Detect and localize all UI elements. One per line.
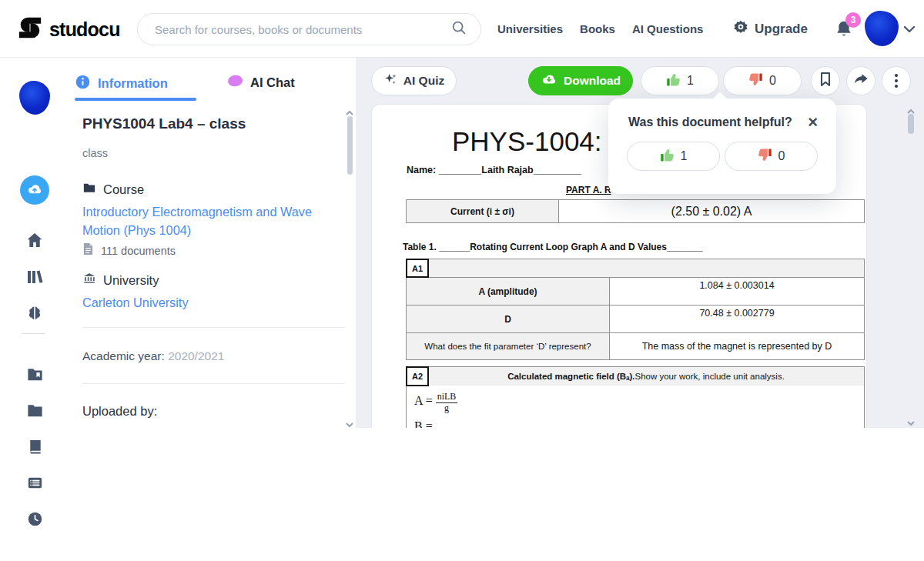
table1-caption: Table 1. ______Rotating Current Loop Gra…: [403, 242, 703, 252]
rail-books-button[interactable]: [0, 438, 69, 459]
university-building-icon: [82, 272, 96, 289]
bookmark-button[interactable]: [811, 66, 840, 95]
academic-year-row: Academic year: 2020/2021: [82, 349, 224, 363]
tab-information[interactable]: Information: [75, 74, 168, 93]
academic-year-label: Academic year:: [82, 349, 168, 362]
search-icon[interactable]: [451, 20, 467, 38]
document-title: PHYS1004 Lab4 – class: [82, 115, 246, 132]
close-icon[interactable]: ×: [808, 116, 818, 129]
rail-recent-button[interactable]: [0, 511, 69, 530]
nav-link-ai-questions[interactable]: AI Questions: [632, 22, 704, 35]
dislike-button[interactable]: 0: [723, 66, 802, 95]
divider: [82, 383, 344, 384]
upgrade-label: Upgrade: [755, 22, 808, 37]
thumbs-down-icon: [758, 148, 772, 165]
panel-scroll-down-icon[interactable]: [345, 417, 354, 431]
viewer-scrollbar-thumb[interactable]: [908, 114, 914, 134]
notifications-button[interactable]: 3: [834, 18, 857, 42]
tab-information-label: Information: [98, 76, 168, 91]
rail-folders-button[interactable]: [0, 402, 69, 422]
thumbs-down-icon: [748, 72, 763, 90]
tab-ai-chat[interactable]: AI Chat: [227, 74, 295, 91]
active-tab-underline: [75, 98, 196, 101]
search-bar[interactable]: [137, 13, 481, 45]
user-avatar[interactable]: [865, 11, 899, 46]
upload-button[interactable]: [0, 175, 69, 205]
formula-line-2: B = gA: [414, 419, 450, 428]
thumbs-up-icon: [660, 148, 675, 165]
a2-body: A = niLBg B = gA: [407, 386, 864, 428]
nav-link-books[interactable]: Books: [580, 22, 615, 35]
ai-quiz-label: AI Quiz: [403, 74, 444, 88]
studocu-logo[interactable]: studocu: [17, 15, 120, 44]
a1-row-label: D: [407, 306, 610, 332]
tab-ai-chat-label: AI Chat: [250, 75, 295, 90]
rail-divider: [22, 333, 45, 334]
documents-count: 111 documents: [101, 245, 176, 257]
nav-link-universities[interactable]: Universities: [497, 22, 563, 35]
book-icon: [26, 438, 44, 459]
rail-ai-brain-button[interactable]: [0, 304, 69, 326]
info-icon: [75, 74, 91, 93]
popup-dislike-button[interactable]: 0: [725, 142, 818, 171]
left-rail: [0, 58, 69, 561]
list-icon: [26, 474, 44, 495]
info-panel: Information AI Chat PHYS1004 Lab4 – clas…: [69, 58, 356, 428]
bookmark-icon: [819, 72, 832, 90]
notification-badge: 3: [845, 12, 861, 28]
a1-row-value: 1.084 ± 0.003014: [610, 278, 864, 305]
search-input[interactable]: [155, 23, 451, 36]
a2-table: A2 Calculated magnetic field (Bₐ). Show …: [406, 366, 865, 428]
doc-name-line: Name: ________Laith Rajab_________: [407, 165, 581, 175]
popup-dislike-count: 0: [778, 149, 785, 163]
ai-quiz-button[interactable]: AI Quiz: [371, 66, 457, 95]
share-button[interactable]: [846, 66, 875, 95]
rail-home-button[interactable]: [0, 231, 69, 252]
download-label: Download: [564, 74, 621, 88]
course-label: Course: [103, 182, 144, 197]
dislike-count: 0: [769, 74, 776, 88]
a2-header: Calculated magnetic field (Bₐ). Show you…: [428, 367, 864, 386]
top-navbar: studocu Universities Books AI Questions …: [0, 0, 924, 58]
uploaded-by-label: Uploaded by:: [82, 404, 157, 419]
divider: [82, 327, 344, 328]
download-button[interactable]: Download: [528, 66, 633, 95]
ai-chat-blob-icon: [227, 74, 243, 91]
kebab-menu-icon: [895, 74, 898, 88]
like-button[interactable]: 1: [641, 66, 719, 95]
current-value: (2.50 ± 0.02) A: [559, 200, 864, 222]
premium-gear-icon: [732, 19, 749, 39]
studocu-logo-icon: [17, 15, 43, 44]
sparkle-icon: [383, 72, 397, 89]
rail-lists-button[interactable]: [0, 474, 69, 495]
share-arrow-icon: [853, 72, 869, 89]
more-options-button[interactable]: [882, 66, 911, 95]
document-subtitle: class: [82, 147, 108, 159]
university-row: University: [82, 272, 159, 289]
course-folder-icon: [82, 181, 96, 198]
folder-bookmark-icon: [26, 366, 44, 386]
upload-cloud-icon: [20, 175, 49, 205]
current-label: Current (i ± σi): [407, 200, 559, 222]
current-table: Current (i ± σi) (2.50 ± 0.02) A: [406, 199, 865, 223]
panel-scrollbar-thumb[interactable]: [347, 116, 353, 175]
document-sheet-icon: [82, 242, 94, 259]
popup-like-count: 1: [681, 149, 688, 163]
helpful-popup: Was this document helpful? × 1 0: [608, 99, 836, 194]
popup-like-button[interactable]: 1: [627, 142, 720, 171]
clock-icon: [27, 511, 43, 530]
like-count: 1: [687, 74, 694, 88]
account-chevron-down-icon[interactable]: [902, 24, 916, 38]
rail-profile-avatar[interactable]: [0, 81, 69, 115]
course-link[interactable]: Introductory Electromagnetism and Wave M…: [82, 202, 348, 239]
viewer-scroll-down-icon[interactable]: [906, 416, 916, 428]
university-link[interactable]: Carleton University: [82, 293, 189, 312]
documents-count-row: 111 documents: [82, 242, 176, 259]
home-icon: [25, 231, 44, 252]
doc-part-heading: PART A. R: [566, 185, 611, 195]
upgrade-button[interactable]: Upgrade: [732, 0, 808, 58]
rail-saved-courses-button[interactable]: [0, 366, 69, 386]
a1-row-value: The mass of the magnet is represented by…: [610, 333, 864, 359]
studocu-logo-text: studocu: [49, 18, 120, 41]
rail-library-button[interactable]: [0, 268, 69, 289]
